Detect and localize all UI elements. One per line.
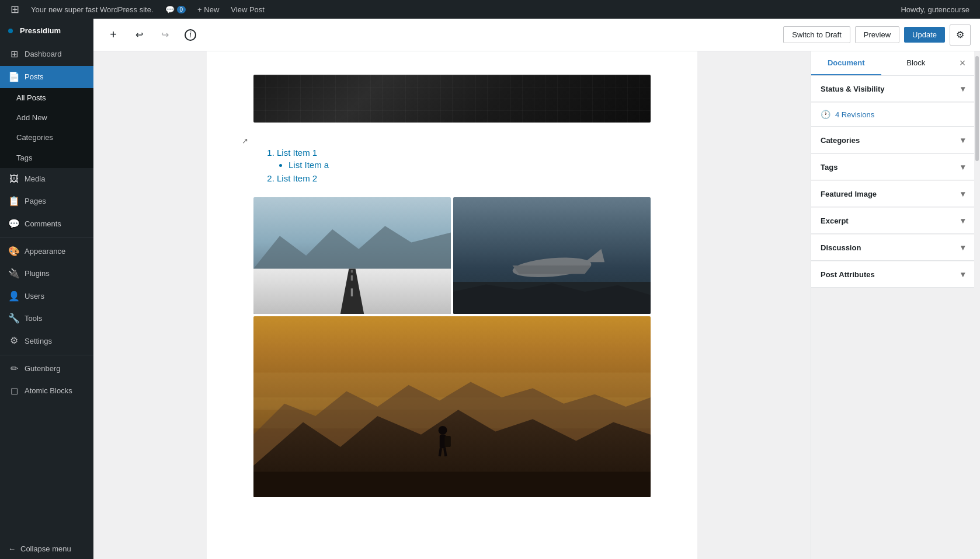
section-header-categories[interactable]: Categories ▾ bbox=[811, 127, 974, 153]
new-item[interactable]: + New bbox=[192, 0, 225, 19]
section-header-discussion[interactable]: Discussion ▾ bbox=[811, 235, 974, 261]
sidebar-item-atomic-blocks[interactable]: ◻ Atomic Blocks bbox=[0, 380, 93, 402]
scrollbar-thumb bbox=[975, 56, 979, 161]
svg-line-22 bbox=[440, 448, 441, 456]
sidebar-item-gutenberg[interactable]: ✏ Gutenberg bbox=[0, 358, 93, 380]
right-scrollbar[interactable] bbox=[974, 51, 980, 559]
toolbar-right: Switch to Draft Preview Update ⚙ bbox=[783, 25, 971, 46]
section-post-attributes: Post Attributes ▾ bbox=[811, 261, 974, 288]
section-featured-image: Featured Image ▾ bbox=[811, 181, 974, 207]
sidebar-item-pages[interactable]: 📋 Pages bbox=[0, 190, 93, 212]
comment-bubble-icon: 💬 bbox=[165, 5, 175, 14]
section-header-status[interactable]: Status & Visibility ▾ bbox=[811, 76, 974, 102]
sidebar-subitem-all-posts[interactable]: All Posts bbox=[0, 88, 93, 108]
list-subitem-a: List Item a bbox=[289, 160, 651, 170]
howdy-item[interactable]: Howdy, gutencourse bbox=[895, 0, 975, 19]
admin-bar-right: Howdy, gutencourse bbox=[895, 0, 975, 19]
view-post-label: View Post bbox=[231, 5, 265, 14]
brand-name: Pressidium bbox=[20, 26, 61, 36]
gallery-image-snow-road bbox=[253, 197, 451, 314]
list-item-2: List Item 2 bbox=[277, 173, 651, 183]
update-button[interactable]: Update bbox=[904, 27, 945, 43]
sidebar-item-settings[interactable]: ⚙ Settings bbox=[0, 330, 93, 352]
undo-button[interactable]: ↩ bbox=[128, 25, 150, 46]
chevron-tags-icon: ▾ bbox=[961, 162, 965, 172]
view-post-item[interactable]: View Post bbox=[225, 0, 270, 19]
sidebar-item-comments[interactable]: 💬 Comments bbox=[0, 213, 93, 235]
sidebar-item-plugins[interactable]: 🔌 Plugins bbox=[0, 263, 93, 285]
right-panel: Document Block × Status & Visibility ▾ bbox=[811, 51, 974, 559]
new-label: + New bbox=[197, 5, 219, 14]
atomic-blocks-icon: ◻ bbox=[8, 385, 20, 397]
info-icon: i bbox=[185, 29, 196, 41]
sidebar-brand[interactable]: Pressidium bbox=[0, 19, 93, 43]
sidebar-label-atomic-blocks: Atomic Blocks bbox=[25, 386, 72, 396]
site-name-item[interactable]: Your new super fast WordPress site. bbox=[25, 0, 159, 19]
sidebar-subitem-categories[interactable]: Categories bbox=[0, 128, 93, 148]
svg-rect-6 bbox=[351, 270, 353, 273]
tab-document[interactable]: Document bbox=[811, 51, 881, 75]
wp-logo-icon: ⊞ bbox=[11, 3, 19, 16]
list-item-1: List Item 1 List Item a bbox=[277, 148, 651, 170]
chevron-categories-icon: ▾ bbox=[961, 135, 965, 145]
tab-block[interactable]: Block bbox=[881, 51, 951, 75]
comments-item[interactable]: 💬 0 bbox=[159, 0, 192, 19]
section-header-excerpt[interactable]: Excerpt ▾ bbox=[811, 208, 974, 234]
section-tags: Tags ▾ bbox=[811, 154, 974, 180]
pages-icon: 📋 bbox=[8, 195, 20, 208]
section-revisions: 🕐 4 Revisions bbox=[811, 103, 974, 127]
list-block[interactable]: List Item 1 List Item a List Item 2 bbox=[253, 148, 651, 183]
sidebar-label-pages: Pages bbox=[25, 196, 46, 207]
sidebar-item-media[interactable]: 🖼 Media bbox=[0, 168, 93, 190]
settings-panel-button[interactable]: ⚙ bbox=[950, 25, 971, 46]
add-block-icon: + bbox=[110, 28, 117, 41]
gear-icon: ⚙ bbox=[956, 29, 964, 40]
appearance-icon: 🎨 bbox=[8, 245, 20, 258]
sidebar-divider-1 bbox=[0, 237, 93, 238]
switch-to-draft-button[interactable]: Switch to Draft bbox=[783, 26, 850, 43]
redo-button[interactable]: ↪ bbox=[154, 25, 175, 46]
users-icon: 👤 bbox=[8, 290, 20, 303]
sidebar-item-appearance[interactable]: 🎨 Appearance bbox=[0, 240, 93, 263]
sidebar-subitem-add-new[interactable]: Add New bbox=[0, 108, 93, 128]
hero-image-block bbox=[253, 75, 651, 123]
all-posts-label: All Posts bbox=[16, 93, 46, 103]
section-header-tags[interactable]: Tags ▾ bbox=[811, 154, 974, 180]
cursor-area: ↗ bbox=[253, 137, 651, 145]
info-button[interactable]: i bbox=[180, 25, 201, 46]
section-categories: Categories ▾ bbox=[811, 127, 974, 153]
wp-logo-item[interactable]: ⊞ bbox=[5, 0, 25, 19]
posts-icon: 📄 bbox=[8, 71, 20, 83]
sidebar-label-comments: Comments bbox=[25, 219, 61, 229]
plugins-icon: 🔌 bbox=[8, 267, 20, 280]
svg-marker-11 bbox=[512, 265, 591, 274]
add-new-label: Add New bbox=[16, 113, 47, 123]
tags-label: Tags bbox=[16, 153, 32, 163]
dashboard-icon: ⊞ bbox=[8, 48, 20, 61]
sidebar-divider-2 bbox=[0, 355, 93, 355]
section-excerpt: Excerpt ▾ bbox=[811, 208, 974, 234]
sidebar-item-users[interactable]: 👤 Users bbox=[0, 285, 93, 308]
section-header-featured-image[interactable]: Featured Image ▾ bbox=[811, 181, 974, 207]
panel-close-button[interactable]: × bbox=[951, 51, 974, 75]
clock-icon: 🕐 bbox=[821, 110, 830, 119]
svg-rect-4 bbox=[351, 288, 353, 296]
svg-line-23 bbox=[444, 448, 446, 456]
editor-canvas[interactable]: ↗ List Item 1 List Item a bbox=[93, 51, 811, 559]
add-block-button[interactable]: + bbox=[103, 25, 124, 46]
section-header-post-attributes[interactable]: Post Attributes ▾ bbox=[811, 261, 974, 288]
chevron-featured-image-icon: ▾ bbox=[961, 189, 965, 198]
editor-layout: ↗ List Item 1 List Item a bbox=[93, 51, 980, 559]
sidebar-item-dashboard[interactable]: ⊞ Dashboard bbox=[0, 43, 93, 65]
sidebar-label-settings: Settings bbox=[25, 336, 52, 347]
sidebar-item-posts[interactable]: 📄 Posts bbox=[0, 66, 93, 88]
media-icon: 🖼 bbox=[8, 173, 20, 186]
collapse-icon: ← bbox=[8, 544, 16, 554]
chevron-post-attributes-icon: ▾ bbox=[961, 270, 965, 279]
sidebar-subitem-tags[interactable]: Tags bbox=[0, 148, 93, 168]
revisions-item[interactable]: 🕐 4 Revisions bbox=[811, 103, 974, 127]
sidebar-label-media: Media bbox=[25, 174, 45, 184]
collapse-menu-item[interactable]: ← Collapse menu bbox=[0, 539, 93, 559]
preview-button[interactable]: Preview bbox=[855, 26, 899, 43]
sidebar-item-tools[interactable]: 🔧 Tools bbox=[0, 308, 93, 330]
